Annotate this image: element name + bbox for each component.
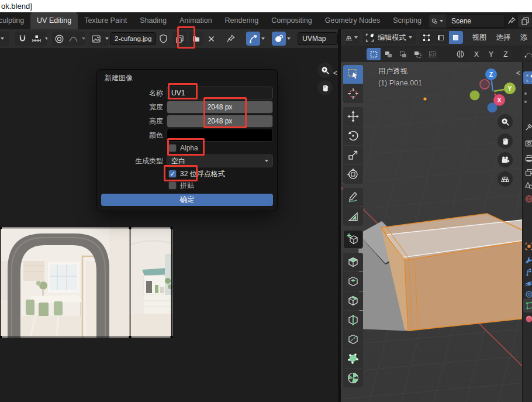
select-intersect-button[interactable]: [425, 48, 439, 60]
tab-uv-editing[interactable]: UV Editing: [30, 12, 78, 29]
face-select-button[interactable]: [449, 31, 463, 44]
move-tool[interactable]: [343, 107, 363, 126]
tab-animation[interactable]: Animation: [173, 12, 219, 29]
poly-build-tool[interactable]: [343, 349, 363, 368]
pin-scene-button[interactable]: [505, 15, 518, 28]
navigation-gizmo[interactable]: Z Y X: [461, 62, 519, 118]
image-name-field[interactable]: 2-cufang.jpg: [110, 32, 156, 45]
rotate-tool[interactable]: [343, 126, 363, 145]
constraints-properties-tab[interactable]: [525, 290, 532, 298]
spin-tool[interactable]: [343, 369, 363, 387]
tiled-checkbox[interactable]: [168, 181, 177, 190]
viewport-pan-button[interactable]: [498, 133, 513, 149]
material-properties-tab[interactable]: [525, 315, 532, 323]
uv-zoom-button[interactable]: [317, 63, 333, 78]
mirror-z-toggle[interactable]: Z: [499, 48, 513, 60]
scale-tool[interactable]: [343, 146, 363, 164]
object-properties-tab[interactable]: [525, 242, 532, 250]
unlink-image-button[interactable]: [204, 32, 218, 46]
image-name-input[interactable]: UV1: [167, 87, 273, 99]
modifier-properties-tab[interactable]: [525, 256, 532, 264]
uv-snap-button[interactable]: [246, 32, 260, 46]
scene-properties-tab[interactable]: [525, 181, 532, 190]
annotate-tool[interactable]: [343, 188, 363, 207]
view-layer-properties-tab[interactable]: [525, 169, 532, 177]
chevron-down-icon[interactable]: [82, 37, 84, 40]
chevron-down-icon[interactable]: [45, 37, 47, 40]
menu-view[interactable]: 视图: [468, 33, 492, 43]
bevel-tool[interactable]: [343, 291, 363, 310]
vertex-select-button[interactable]: [420, 31, 434, 44]
width-input[interactable]: 2048 px: [167, 101, 273, 114]
cursor-tool[interactable]: [343, 84, 363, 103]
active-tool-tab[interactable]: [523, 71, 532, 84]
render-properties-tab[interactable]: [525, 139, 532, 147]
new-scene-button[interactable]: [518, 15, 532, 28]
select-invert-button[interactable]: [410, 48, 424, 60]
output-properties-tab[interactable]: [525, 154, 532, 163]
extrude-region-tool[interactable]: [343, 253, 363, 272]
add-cube-tool[interactable]: [343, 230, 363, 249]
mirror-x-toggle[interactable]: X: [469, 48, 483, 60]
falloff-button[interactable]: [66, 32, 80, 46]
tab-shading[interactable]: Shading: [133, 12, 173, 29]
pivot-dropdown[interactable]: [0, 32, 9, 46]
snap-target-button[interactable]: [29, 32, 43, 46]
image-browse-button[interactable]: [89, 32, 103, 46]
knife-tool[interactable]: [343, 330, 363, 349]
inset-faces-tool[interactable]: [343, 272, 363, 291]
scene-name-field[interactable]: Scene: [447, 15, 505, 28]
snap-toggle-button[interactable]: [15, 32, 29, 46]
tab-scripting[interactable]: Scripting: [386, 12, 428, 29]
float-format-checkbox[interactable]: ✓: [168, 170, 177, 178]
viewport-canvas[interactable]: 用户透视 (1) Plane.001 Z Y X: [341, 62, 532, 402]
select-subtract-button[interactable]: [396, 48, 410, 60]
proportional-edit-button[interactable]: [52, 32, 66, 46]
color-swatch[interactable]: [167, 129, 273, 142]
tab-geometry-nodes[interactable]: Geometry Nodes: [319, 12, 386, 29]
chevron-down-icon[interactable]: [105, 37, 109, 40]
tab-compositing[interactable]: Compositing: [265, 12, 318, 29]
viewport-camera-button[interactable]: [498, 152, 513, 167]
mirror-y-toggle[interactable]: Y: [484, 48, 498, 60]
viewport-ortho-button[interactable]: [498, 171, 513, 187]
tab-sculpting[interactable]: culpting: [0, 12, 30, 29]
confirm-button[interactable]: 确定: [101, 194, 273, 206]
fake-user-button[interactable]: [156, 32, 170, 46]
uv-proportional-button[interactable]: [272, 32, 286, 46]
menu-add-partial[interactable]: 添: [516, 33, 532, 43]
physics-icon: [525, 280, 532, 288]
uv-map-field[interactable]: UVMap: [298, 32, 338, 45]
generated-type-dropdown[interactable]: 空白: [167, 154, 273, 167]
chevron-down-icon[interactable]: [261, 37, 265, 40]
alpha-checkbox[interactable]: [168, 144, 177, 152]
edge-select-button[interactable]: [434, 31, 448, 44]
measure-tool[interactable]: [343, 207, 363, 226]
particles-properties-tab[interactable]: [525, 268, 532, 276]
menu-select[interactable]: 选择: [492, 33, 516, 43]
uv-sidebar-collapse-arrow[interactable]: <: [333, 69, 337, 77]
height-input[interactable]: 2048 px: [167, 115, 273, 128]
chevron-down-icon[interactable]: [287, 37, 291, 40]
editor-type-button[interactable]: [345, 31, 360, 44]
select-new-button[interactable]: [367, 48, 381, 60]
world-properties-tab[interactable]: [525, 195, 532, 203]
loop-cut-tool[interactable]: [343, 311, 363, 329]
steps-falloff-button[interactable]: [522, 48, 532, 60]
tool-properties-tab[interactable]: [525, 123, 532, 131]
object-data-properties-tab[interactable]: [523, 298, 532, 312]
select-extend-button[interactable]: [381, 48, 395, 60]
select-box-tool[interactable]: [343, 65, 363, 84]
mode-dropdown[interactable]: 编辑模式: [363, 31, 416, 44]
mirror-button[interactable]: [453, 47, 467, 61]
scene-browse-button[interactable]: [429, 15, 447, 28]
uv-image-canvas[interactable]: [0, 227, 172, 338]
uv-pan-button[interactable]: [317, 80, 333, 95]
tab-rendering[interactable]: Rendering: [219, 12, 265, 29]
pin-image-button[interactable]: [224, 32, 238, 46]
new-image-button[interactable]: [172, 32, 186, 46]
open-image-button[interactable]: [189, 32, 203, 46]
tab-texture-paint[interactable]: Texture Paint: [78, 12, 133, 29]
transform-tool[interactable]: [343, 165, 363, 184]
physics-properties-tab[interactable]: [525, 280, 532, 288]
